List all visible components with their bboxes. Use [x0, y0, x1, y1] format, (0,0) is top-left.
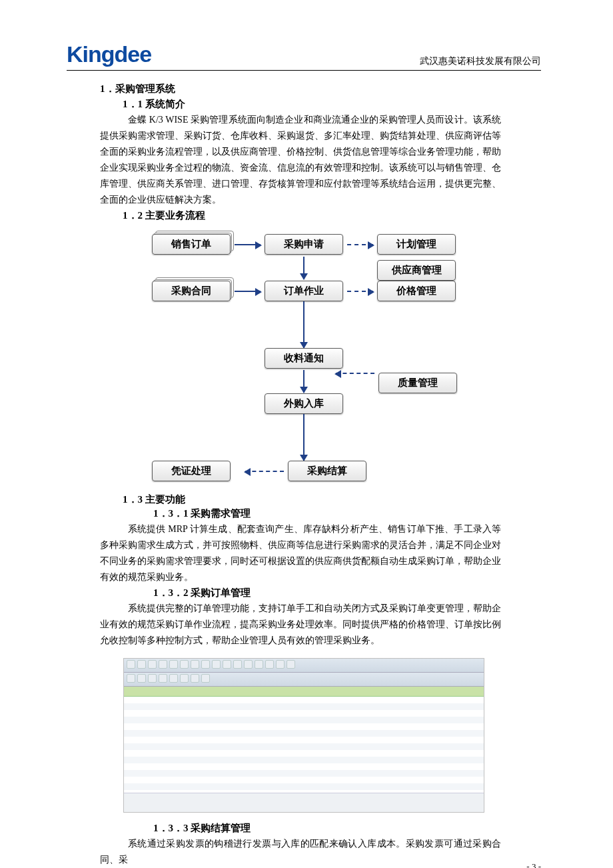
node-quality-mgmt: 质量管理 — [378, 373, 457, 393]
node-plan-mgmt: 计划管理 — [377, 234, 456, 255]
node-receipt-notice: 收料通知 — [265, 348, 343, 369]
node-order-job: 订单作业 — [265, 281, 343, 301]
node-outsourced-in: 外购入库 — [265, 393, 343, 414]
paragraph-1-1: 金蝶 K/3 WISE 采购管理系统面向制造企业和商业流通企业的采购管理人员而设… — [100, 112, 501, 208]
heading-1-2: 1．2 主要业务流程 — [123, 209, 541, 222]
paragraph-1-3-3: 系统通过采购发票的钩稽进行发票与入库的匹配来确认入库成本。采购发票可通过采购合同… — [100, 836, 501, 868]
node-price-mgmt: 价格管理 — [377, 281, 456, 301]
screenshot-toolbar2-icon — [124, 673, 484, 687]
kingdee-logo: Kingdee — [67, 41, 151, 67]
node-purchase-request: 采购申请 — [265, 234, 343, 255]
dashed-arrow-icon — [347, 291, 373, 292]
node-voucher: 凭证处理 — [152, 461, 231, 481]
screenshot-grid-icon — [124, 697, 484, 793]
heading-1-1: 1．1 系统简介 — [123, 98, 541, 111]
page-header: Kingdee 武汉惠美诺科技发展有限公司 — [67, 41, 541, 71]
document-page: Kingdee 武汉惠美诺科技发展有限公司 1．采购管理系统 1．1 系统简介 … — [0, 0, 613, 868]
page-number: - 3 - — [526, 861, 541, 868]
heading-1-3-2: 1．3．2 采购订单管理 — [153, 587, 541, 599]
node-supplier-mgmt: 供应商管理 — [377, 260, 456, 281]
heading-1-3: 1．3 主要功能 — [123, 493, 541, 506]
dashed-arrow-icon — [347, 244, 373, 245]
screenshot-toolbar-icon — [124, 659, 484, 673]
node-purchase-settle: 采购结算 — [288, 461, 366, 481]
arrow-down-icon — [303, 257, 305, 279]
heading-1: 1．采购管理系统 — [100, 83, 541, 95]
embedded-software-screenshot — [123, 658, 484, 813]
arrow-down-icon — [303, 301, 305, 348]
screenshot-footer-icon — [124, 793, 484, 812]
arrow-right-icon — [235, 244, 261, 245]
heading-1-3-1: 1．3．1 采购需求管理 — [153, 507, 541, 520]
paragraph-1-3-2: 系统提供完整的订单管理功能，支持订单手工和自动关闭方式及采购订单变更管理，帮助企… — [100, 601, 501, 649]
arrow-down-icon — [303, 414, 305, 461]
process-flowchart: 销售订单 采购申请 计划管理 供应商管理 采购合同 订单作业 价格管理 收料通知… — [124, 234, 484, 481]
screenshot-header-icon — [124, 687, 484, 697]
arrow-right-icon — [235, 291, 261, 292]
company-name: 武汉惠美诺科技发展有限公司 — [420, 55, 541, 67]
dashed-arrow-left-icon — [245, 471, 284, 472]
dashed-arrow-left-icon — [336, 373, 374, 374]
node-purchase-contract: 采购合同 — [152, 281, 231, 301]
heading-1-3-3: 1．3．3 采购结算管理 — [153, 822, 541, 835]
arrow-down-icon — [303, 370, 305, 393]
node-sales-order: 销售订单 — [152, 234, 231, 255]
paragraph-1-3-1: 系统提供 MRP 计算生成、配套查询产生、库存缺料分析产生、销售订单下推、手工录… — [100, 521, 501, 585]
